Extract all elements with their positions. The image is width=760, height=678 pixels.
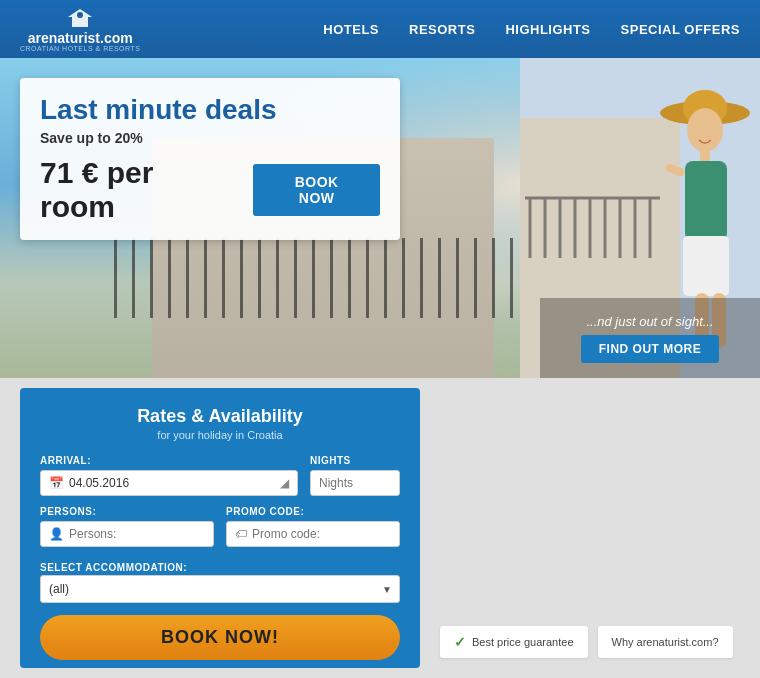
arrival-label: ARRIVAL: — [40, 455, 298, 466]
logo-area: arenaturist.com CROATIAN HOTELS & RESORT… — [20, 7, 140, 52]
calendar-icon: 📅 — [49, 476, 64, 490]
checkmark-icon: ✓ — [454, 634, 466, 650]
promo-group: PROMO CODE: 🏷 — [226, 506, 400, 547]
persons-group: PERSONS: 👤 — [40, 506, 214, 547]
hero-railing — [114, 238, 532, 318]
booking-section: Rates & Availability for your holiday in… — [0, 378, 760, 678]
svg-point-1 — [77, 12, 83, 18]
nights-input[interactable] — [319, 476, 391, 490]
deal-price: 71 € per room — [40, 156, 233, 224]
nights-input-wrap[interactable] — [310, 470, 400, 496]
find-out-banner: ...nd just out of sight... FIND OUT MORE — [540, 298, 760, 378]
arrival-group: ARRIVAL: 📅 ◢ — [40, 455, 298, 496]
arrival-input[interactable] — [69, 476, 275, 490]
logo-text-sub: CROATIAN HOTELS & RESORTS — [20, 45, 140, 52]
nav-highlights[interactable]: HIGHLIGHTS — [505, 22, 590, 37]
find-out-text: ...nd just out of sight... — [586, 314, 713, 329]
book-now-button[interactable]: BOOK NOW — [253, 164, 380, 216]
nav-hotels[interactable]: HOTELS — [323, 22, 379, 37]
arrival-nights-row: ARRIVAL: 📅 ◢ NIGHTS — [40, 455, 400, 496]
svg-rect-18 — [700, 148, 710, 163]
deal-price-row: 71 € per room BOOK NOW — [40, 156, 380, 224]
logo-icon — [66, 7, 94, 29]
book-now-big-button[interactable]: BOOK NOW! — [40, 615, 400, 660]
nights-label: NIGHTS — [310, 455, 400, 466]
hero-section: Last minute deals Save up to 20% 71 € pe… — [0, 58, 760, 378]
accommodation-group: SELECT ACCOMMODATION: (all) Hotel Resort… — [40, 557, 400, 603]
accommodation-select-wrap[interactable]: (all) Hotel Resort Apartment ▼ — [40, 575, 400, 603]
best-price-badge: ✓ Best price guarantee — [440, 626, 588, 658]
deal-subtitle: Save up to 20% — [40, 130, 380, 146]
booking-right: ✓ Best price guarantee Why arenaturist.c… — [440, 388, 740, 668]
promo-label: PROMO CODE: — [226, 506, 400, 517]
tag-icon: 🏷 — [235, 527, 247, 541]
main-nav: HOTELS RESORTS HIGHLIGHTS SPECIAL OFFERS — [323, 22, 740, 37]
persons-input[interactable] — [69, 527, 205, 541]
booking-form: Rates & Availability for your holiday in… — [20, 388, 420, 668]
deal-title: Last minute deals — [40, 94, 380, 126]
best-price-label: Best price guarantee — [472, 636, 574, 648]
promo-input-wrap[interactable]: 🏷 — [226, 521, 400, 547]
nights-group: NIGHTS — [310, 455, 400, 496]
why-arenaturist-badge: Why arenaturist.com? — [598, 626, 733, 658]
form-title: Rates & Availability — [40, 406, 400, 427]
persons-label: PERSONS: — [40, 506, 214, 517]
arrival-input-wrap[interactable]: 📅 ◢ — [40, 470, 298, 496]
why-label: Why arenaturist.com? — [612, 636, 719, 648]
persons-promo-row: PERSONS: 👤 PROMO CODE: 🏷 — [40, 506, 400, 547]
promo-input[interactable] — [252, 527, 391, 541]
deal-box: Last minute deals Save up to 20% 71 € pe… — [20, 78, 400, 240]
calendar-picker-icon[interactable]: ◢ — [280, 476, 289, 490]
svg-rect-19 — [685, 161, 727, 241]
svg-point-17 — [687, 108, 723, 152]
accommodation-label: SELECT ACCOMMODATION: — [40, 562, 187, 573]
nav-special-offers[interactable]: SPECIAL OFFERS — [621, 22, 740, 37]
find-out-button[interactable]: FIND OUT MORE — [581, 335, 720, 363]
form-subtitle: for your holiday in Croatia — [40, 429, 400, 441]
accommodation-select[interactable]: (all) Hotel Resort Apartment — [40, 575, 400, 603]
logo-text-main: arenaturist.com — [28, 31, 133, 45]
persons-input-wrap[interactable]: 👤 — [40, 521, 214, 547]
nav-resorts[interactable]: RESORTS — [409, 22, 475, 37]
header: arenaturist.com CROATIAN HOTELS & RESORT… — [0, 0, 760, 58]
bottom-badges: ✓ Best price guarantee Why arenaturist.c… — [440, 626, 740, 658]
person-icon: 👤 — [49, 527, 64, 541]
svg-rect-20 — [683, 236, 729, 296]
